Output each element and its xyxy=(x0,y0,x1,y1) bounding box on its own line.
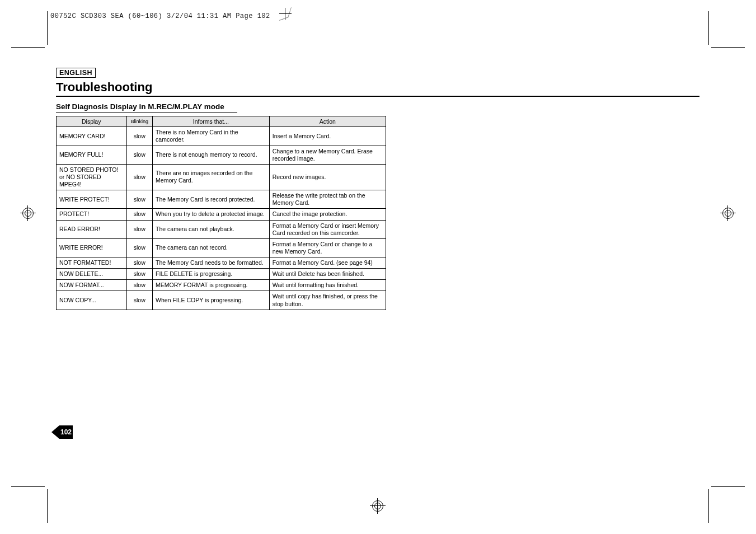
cell-action: Wait until formatting has finished. xyxy=(269,280,386,291)
table-row: NOW DELETE... slow FILE DELETE is progre… xyxy=(57,269,386,280)
registration-mark-right xyxy=(720,205,736,221)
table-row: MEMORY CARD! slow There is no Memory Car… xyxy=(57,127,386,146)
cell-blinking: slow xyxy=(126,127,153,146)
cell-action: Cancel the image protection. xyxy=(269,209,386,220)
cell-informs: The camera can not record. xyxy=(153,238,270,257)
cell-informs: When you try to delete a protected image… xyxy=(153,209,270,220)
cell-display: NOW FORMAT... xyxy=(57,280,127,291)
cell-blinking: slow xyxy=(126,269,153,280)
cell-blinking: slow xyxy=(126,209,153,220)
cell-display: MEMORY FULL! xyxy=(57,146,127,164)
section-title: Troubleshooting xyxy=(56,80,699,95)
crop-mark xyxy=(708,11,709,45)
cell-informs: The Memory Card is record protected. xyxy=(153,190,270,209)
crop-mark xyxy=(11,47,45,48)
table-header-row: Display Blinking Informs that... Action xyxy=(57,116,386,127)
cell-display: NOW DELETE... xyxy=(57,269,127,280)
cell-blinking: slow xyxy=(126,291,153,310)
cell-informs: When FILE COPY is progressing. xyxy=(153,291,270,310)
print-slug: 00752C SCD303 SEA (60~106) 3/2/04 11:31 … xyxy=(50,12,270,20)
cell-display: WRITE PROTECT! xyxy=(57,190,127,209)
title-rule xyxy=(56,96,699,97)
registration-mark-left xyxy=(20,205,36,221)
table-row: NOT FORMATTED! slow The Memory Card need… xyxy=(57,257,386,269)
cell-action: Format a Memory Card or change to a new … xyxy=(269,238,386,257)
col-header-action: Action xyxy=(269,116,386,127)
cell-action: Wait until Delete has been finished. xyxy=(269,269,386,280)
diagnosis-table: Display Blinking Informs that... Action … xyxy=(56,116,386,310)
crop-mark xyxy=(47,489,48,523)
page-content: ENGLISH Troubleshooting Self Diagnosis D… xyxy=(56,67,699,310)
cell-action: Insert a Memory Card. xyxy=(269,127,386,146)
subheading-rule xyxy=(56,112,237,113)
cell-blinking: slow xyxy=(126,280,153,291)
col-header-blinking: Blinking xyxy=(126,116,153,127)
registration-mark-bottom xyxy=(370,498,386,514)
cell-blinking: slow xyxy=(126,146,153,164)
cell-informs: There are no images recorded on the Memo… xyxy=(153,164,270,190)
col-header-display: Display xyxy=(57,116,127,127)
col-header-informs: Informs that... xyxy=(153,116,270,127)
page-fold-icon xyxy=(279,8,292,20)
table-row: NOW COPY... slow When FILE COPY is progr… xyxy=(57,291,386,310)
crop-mark xyxy=(11,486,45,487)
cell-action: Release the write protect tab on the Mem… xyxy=(269,190,386,209)
table-row: READ ERROR! slow The camera can not play… xyxy=(57,220,386,238)
page-badge-triangle-icon xyxy=(51,425,59,439)
cell-action: Format a Memory Card or insert Memory Ca… xyxy=(269,220,386,238)
cell-action: Format a Memory Card. (see page 94) xyxy=(269,257,386,269)
cell-blinking: slow xyxy=(126,220,153,238)
cell-action: Change to a new Memory Card. Erase recor… xyxy=(269,146,386,164)
table-row: NO STORED PHOTO! or NO STORED MPEG4! slo… xyxy=(57,164,386,190)
cell-informs: MEMORY FORMAT is progressing. xyxy=(153,280,270,291)
cell-blinking: slow xyxy=(126,164,153,190)
cell-display: READ ERROR! xyxy=(57,220,127,238)
cell-blinking: slow xyxy=(126,238,153,257)
table-row: WRITE PROTECT! slow The Memory Card is r… xyxy=(57,190,386,209)
cell-display: NOW COPY... xyxy=(57,291,127,310)
cell-display: MEMORY CARD! xyxy=(57,127,127,146)
cell-display: PROTECT! xyxy=(57,209,127,220)
subheading: Self Diagnosis Display in M.REC/M.PLAY m… xyxy=(56,102,699,111)
cell-informs: The Memory Card needs to be formatted. xyxy=(153,257,270,269)
table-row: NOW FORMAT... slow MEMORY FORMAT is prog… xyxy=(57,280,386,291)
cell-informs: There is not enough memory to record. xyxy=(153,146,270,164)
cell-display: NOT FORMATTED! xyxy=(57,257,127,269)
cell-action: Wait until copy has finished, or press t… xyxy=(269,291,386,310)
cell-informs: The camera can not playback. xyxy=(153,220,270,238)
table-row: MEMORY FULL! slow There is not enough me… xyxy=(57,146,386,164)
cell-blinking: slow xyxy=(126,190,153,209)
page-number-badge: 102 xyxy=(51,425,74,439)
language-label: ENGLISH xyxy=(56,68,96,78)
crop-mark xyxy=(47,11,48,45)
cell-action: Record new images. xyxy=(269,164,386,190)
table-row: PROTECT! slow When you try to delete a p… xyxy=(57,209,386,220)
cell-informs: There is no Memory Card in the camcorder… xyxy=(153,127,270,146)
language-box: ENGLISH xyxy=(56,67,699,78)
crop-mark xyxy=(708,489,709,523)
cell-blinking: slow xyxy=(126,257,153,269)
table-row: WRITE ERROR! slow The camera can not rec… xyxy=(57,238,386,257)
cell-informs: FILE DELETE is progressing. xyxy=(153,269,270,280)
crop-mark xyxy=(711,47,745,48)
crop-mark xyxy=(711,486,745,487)
page-number-text: 102 xyxy=(59,425,73,439)
cell-display: WRITE ERROR! xyxy=(57,238,127,257)
cell-display: NO STORED PHOTO! or NO STORED MPEG4! xyxy=(57,164,127,190)
